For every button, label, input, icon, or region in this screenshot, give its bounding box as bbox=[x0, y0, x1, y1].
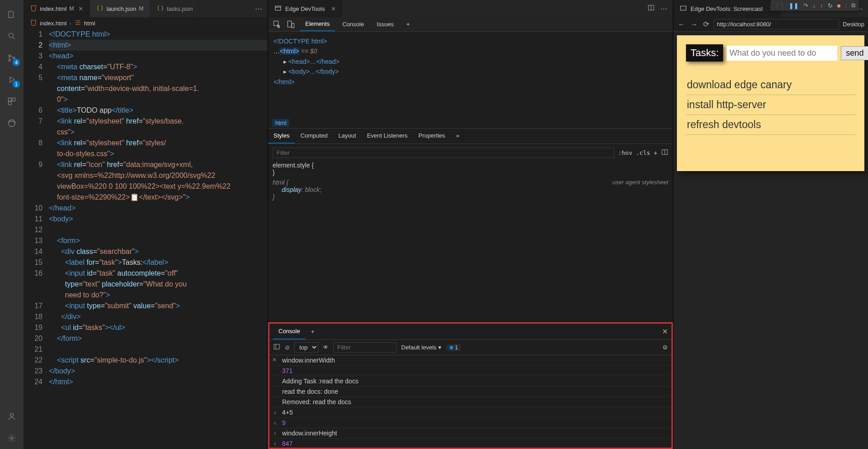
tab-label: index.html bbox=[40, 5, 67, 12]
more-tabs-icon[interactable]: » bbox=[451, 129, 465, 143]
tab-layout[interactable]: Layout bbox=[333, 129, 361, 143]
console-settings-icon[interactable]: ⚙ bbox=[662, 344, 668, 351]
task-input[interactable] bbox=[727, 46, 837, 61]
back-icon[interactable]: ← bbox=[677, 19, 686, 29]
svg-point-10 bbox=[10, 413, 14, 416]
svg-point-9 bbox=[9, 120, 15, 127]
split-icon[interactable] bbox=[647, 4, 655, 13]
hov-toggle[interactable]: :hov bbox=[618, 149, 632, 156]
close-icon[interactable]: ✕ bbox=[78, 5, 83, 12]
console-filter-input[interactable] bbox=[333, 342, 397, 353]
sidebar-toggle-icon[interactable] bbox=[273, 343, 280, 352]
file-icon bbox=[30, 5, 37, 13]
list-item[interactable]: download edge canary bbox=[686, 75, 855, 95]
console-output[interactable]: ✕window.innerWidth371Adding Task :read t… bbox=[269, 355, 671, 448]
clear-console-icon[interactable]: ⊘ bbox=[285, 344, 290, 351]
cls-toggle[interactable]: .cls bbox=[636, 149, 650, 156]
tab-computed[interactable]: Computed bbox=[295, 129, 333, 143]
svg-rect-23 bbox=[681, 6, 686, 10]
console-tab[interactable]: Console bbox=[273, 324, 306, 339]
list-item[interactable]: install http-server bbox=[686, 95, 855, 115]
tab-launch-json[interactable]: launch.json M bbox=[90, 0, 150, 17]
todo-list: download edge canaryinstall http-serverr… bbox=[686, 75, 855, 135]
tab-tasks-json[interactable]: tasks.json bbox=[150, 0, 200, 17]
log-levels[interactable]: Default levels ▾ bbox=[401, 344, 441, 351]
breadcrumb[interactable]: index.html › html ⋮⋮ ❚❚ ↷ ↓ ↑ ↻ ■ | ⧉ bbox=[24, 17, 268, 29]
forward-icon[interactable]: → bbox=[690, 19, 699, 29]
json-icon bbox=[96, 5, 104, 13]
console-drawer: Console + ✕ ⊘ top 👁 Default levels ▾ 1 ⚙ bbox=[268, 322, 673, 449]
scm-icon[interactable]: 4 bbox=[1, 47, 23, 69]
close-icon[interactable]: ✕ bbox=[331, 5, 336, 12]
extensions-icon[interactable] bbox=[1, 91, 23, 112]
list-item[interactable]: refresh devtools bbox=[686, 115, 855, 135]
edge-icon[interactable] bbox=[1, 112, 23, 134]
url-input[interactable] bbox=[714, 19, 839, 29]
add-tab-icon[interactable]: + bbox=[401, 17, 415, 31]
screencast-viewport[interactable]: Tasks: send download edge canaryinstall … bbox=[673, 32, 868, 449]
settings-icon[interactable] bbox=[1, 427, 23, 449]
issues-pill[interactable]: 1 bbox=[446, 344, 462, 351]
step-over-icon[interactable]: ↷ bbox=[803, 2, 808, 9]
more-icon[interactable]: ⋯ bbox=[660, 5, 667, 13]
context-select[interactable]: top bbox=[294, 342, 318, 353]
stop-icon[interactable]: ■ bbox=[837, 2, 841, 9]
add-console-tab-icon[interactable]: + bbox=[306, 324, 320, 339]
tab-event-listeners[interactable]: Event Listeners bbox=[361, 129, 413, 143]
dom-tree[interactable]: <!DOCTYPE html> …<html> == $0 ▸ <head>…<… bbox=[268, 32, 673, 118]
screencast-toggle-icon[interactable]: ⧉ bbox=[851, 2, 855, 9]
grip-icon[interactable]: ⋮⋮ bbox=[774, 2, 784, 9]
account-icon[interactable] bbox=[1, 406, 23, 427]
debug-badge: 1 bbox=[13, 81, 20, 88]
line-gutter: 123456789101112131415161718192021222324 bbox=[24, 29, 49, 449]
code-editor[interactable]: 123456789101112131415161718192021222324 … bbox=[24, 29, 268, 449]
todo-app: Tasks: send download edge canaryinstall … bbox=[677, 35, 864, 171]
code-content[interactable]: <!DOCTYPE html><html><head> <meta charse… bbox=[49, 29, 268, 449]
live-expression-icon[interactable]: 👁 bbox=[323, 344, 329, 351]
pause-icon[interactable]: ❚❚ bbox=[789, 2, 799, 9]
screencast-panel-title: Edge DevTools: Screencast ✕ bbox=[673, 0, 781, 17]
debug-icon[interactable]: 1 bbox=[1, 69, 23, 91]
reload-icon[interactable]: ⟳ bbox=[702, 19, 710, 29]
json-icon bbox=[157, 5, 164, 13]
send-button[interactable]: send bbox=[841, 46, 868, 60]
svg-point-0 bbox=[9, 33, 13, 38]
svg-point-2 bbox=[9, 55, 10, 57]
search-icon[interactable] bbox=[1, 25, 23, 47]
device-mode[interactable]: Desktop bbox=[843, 21, 864, 28]
preview-icon bbox=[274, 5, 282, 13]
tab-styles[interactable]: Styles bbox=[268, 129, 295, 143]
tab-issues[interactable]: Issues bbox=[371, 17, 399, 31]
tab-modified: M bbox=[69, 5, 74, 12]
more-icon[interactable]: ⋯ bbox=[255, 5, 262, 13]
scm-badge: 4 bbox=[13, 59, 20, 66]
restart-icon[interactable]: ↻ bbox=[828, 2, 833, 9]
inspect-icon[interactable] bbox=[273, 20, 282, 29]
tab-properties[interactable]: Properties bbox=[413, 129, 451, 143]
tab-label: launch.json bbox=[106, 5, 136, 12]
dom-breadcrumb[interactable]: html bbox=[268, 118, 673, 128]
close-drawer-icon[interactable]: ✕ bbox=[662, 327, 668, 336]
symbol-icon bbox=[74, 19, 82, 28]
svg-rect-21 bbox=[274, 344, 279, 349]
screencast-toolbar: ← → ⟳ Desktop bbox=[673, 17, 868, 32]
step-out-icon[interactable]: ↑ bbox=[820, 2, 823, 9]
computed-toggle-icon[interactable] bbox=[661, 148, 668, 157]
chevron-right-icon: › bbox=[69, 20, 71, 27]
tab-console[interactable]: Console bbox=[337, 17, 369, 31]
debug-toolbar: ⋮⋮ ❚❚ ↷ ↓ ↑ ↻ ■ | ⧉ bbox=[771, 0, 859, 11]
svg-rect-6 bbox=[9, 98, 12, 101]
tab-index-html[interactable]: index.html M ✕ bbox=[24, 0, 90, 17]
svg-rect-12 bbox=[275, 6, 281, 10]
device-icon[interactable] bbox=[286, 20, 295, 29]
explorer-icon[interactable] bbox=[1, 4, 23, 25]
activity-bar: 4 1 bbox=[0, 0, 24, 449]
add-rule-icon[interactable]: + bbox=[654, 149, 657, 157]
tab-label: tasks.json bbox=[167, 5, 193, 12]
step-into-icon[interactable]: ↓ bbox=[813, 2, 816, 9]
tab-elements[interactable]: Elements bbox=[300, 17, 335, 31]
svg-point-3 bbox=[9, 59, 10, 61]
styles-filter-input[interactable] bbox=[273, 148, 614, 158]
svg-rect-17 bbox=[288, 21, 291, 27]
styles-tabs: Styles Computed Layout Event Listeners P… bbox=[268, 128, 673, 144]
